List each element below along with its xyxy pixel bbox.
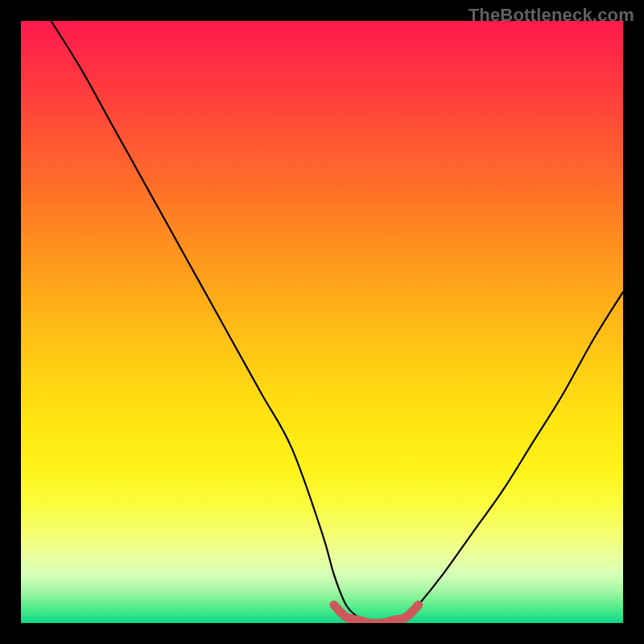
optimal-band-path bbox=[334, 605, 419, 623]
bottleneck-chart: TheBottleneck.com bbox=[0, 0, 644, 644]
curve-svg bbox=[21, 21, 623, 623]
plot-area bbox=[21, 21, 623, 623]
watermark-text: TheBottleneck.com bbox=[469, 5, 634, 26]
bottleneck-curve-path bbox=[51, 21, 623, 623]
